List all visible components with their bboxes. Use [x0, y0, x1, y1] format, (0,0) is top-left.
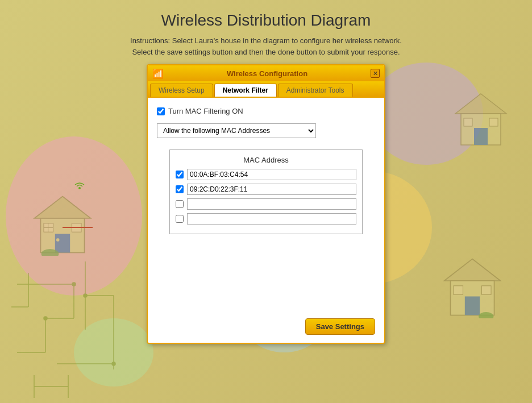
dialog-tabs: Wireless Setup Network Filter Administra…: [148, 81, 384, 97]
dialog-body: Turn MAC Filtering ON Allow the followin…: [148, 97, 384, 313]
mac-row-2: [176, 184, 356, 195]
tab-network-filter[interactable]: Network Filter: [214, 84, 277, 97]
mac-filter-checkbox[interactable]: [157, 107, 165, 115]
instruction-line1: Instructions: Select Laura's house in th…: [130, 35, 402, 47]
tab-wireless-setup[interactable]: Wireless Setup: [150, 84, 213, 97]
dialog-titlebar: 📶 Wireless Configuration ✕: [148, 65, 384, 81]
mac-filter-row: Turn MAC Filtering ON: [157, 107, 375, 115]
tab-administrator-tools[interactable]: Administrator Tools: [278, 84, 353, 97]
mac-address-table: MAC Address: [169, 149, 363, 234]
save-settings-button[interactable]: Save Settings: [305, 318, 375, 335]
dialog-close-button[interactable]: ✕: [371, 69, 380, 78]
mac-filter-dropdown-row: Allow the following MAC Addresses Deny t…: [157, 123, 375, 138]
wireless-config-dialog: 📶 Wireless Configuration ✕ Wireless Setu…: [147, 64, 385, 344]
mac-row-4-input[interactable]: [187, 213, 356, 225]
page-title: Wireless Distribution Diagram: [161, 11, 371, 30]
mac-row-1-checkbox[interactable]: [176, 171, 184, 178]
mac-table-header: MAC Address: [176, 156, 356, 164]
mac-row-4: [176, 213, 356, 225]
mac-row-3-checkbox[interactable]: [176, 200, 184, 208]
mac-row-2-input[interactable]: [187, 184, 356, 195]
mac-row-3: [176, 198, 356, 210]
mac-row-1-input[interactable]: [187, 169, 356, 180]
dialog-footer: Save Settings: [148, 313, 384, 343]
mac-row-1: [176, 169, 356, 180]
mac-filter-dropdown[interactable]: Allow the following MAC Addresses Deny t…: [157, 123, 316, 138]
instruction-line2: Select the save settings button and then…: [130, 47, 402, 58]
instructions: Instructions: Select Laura's house in th…: [130, 35, 402, 57]
mac-row-2-checkbox[interactable]: [176, 185, 184, 193]
dialog-title: Wireless Configuration: [164, 69, 371, 78]
mac-row-4-checkbox[interactable]: [176, 215, 184, 223]
mac-row-3-input[interactable]: [187, 198, 356, 210]
wifi-icon: 📶: [152, 68, 164, 79]
mac-filter-label: Turn MAC Filtering ON: [168, 107, 243, 115]
